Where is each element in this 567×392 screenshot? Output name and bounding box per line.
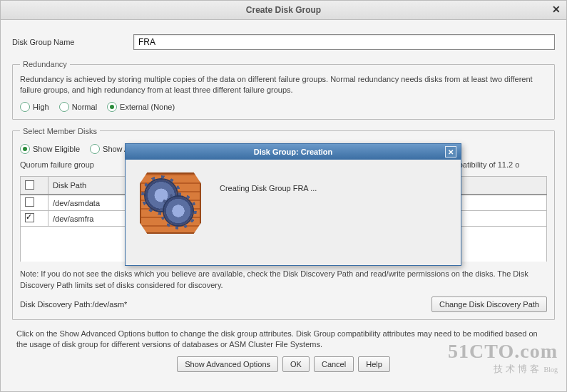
disk-discovery-path-row: Disk Discovery Path:/dev/asm* Change Dis… bbox=[20, 296, 547, 312]
header-checkbox[interactable] bbox=[25, 180, 34, 190]
creation-progress-dialog: Disk Group: Creation ✕ Creating Disk Gro… bbox=[125, 143, 461, 266]
select-member-disks-legend: Select Member Disks bbox=[20, 127, 100, 135]
create-disk-group-window: Create Disk Group ✕ Disk Group Name Redu… bbox=[0, 0, 567, 392]
radio-icon bbox=[107, 102, 117, 112]
modal-titlebar: Disk Group: Creation ✕ bbox=[126, 144, 461, 160]
radio-icon bbox=[20, 102, 30, 112]
disk-group-name-row: Disk Group Name bbox=[12, 34, 555, 50]
close-icon[interactable]: ✕ bbox=[552, 4, 561, 15]
redundancy-normal[interactable]: Normal bbox=[59, 102, 97, 112]
ok-button[interactable]: OK bbox=[282, 356, 310, 372]
window-title: Create Disk Group bbox=[246, 5, 321, 15]
redundancy-description: Redundancy is achieved by storing multip… bbox=[20, 74, 547, 96]
row-checkbox[interactable] bbox=[25, 213, 34, 222]
change-disk-discovery-path-button[interactable]: Change Disk Discovery Path bbox=[431, 296, 547, 312]
show-eligible[interactable]: Show Eligible bbox=[20, 144, 80, 154]
radio-icon bbox=[20, 144, 30, 154]
radio-icon bbox=[59, 102, 69, 112]
redundancy-high[interactable]: High bbox=[20, 102, 49, 112]
radio-icon bbox=[90, 144, 100, 154]
redundancy-legend: Redundancy bbox=[20, 60, 70, 68]
redundancy-options: High Normal External (None) bbox=[20, 102, 547, 112]
progress-gears-icon bbox=[140, 172, 201, 234]
titlebar: Create Disk Group ✕ bbox=[1, 1, 566, 20]
modal-title: Disk Group: Creation bbox=[254, 148, 333, 156]
modal-close-icon[interactable]: ✕ bbox=[445, 146, 456, 158]
disk-note: Note: If you do not see the disks which … bbox=[20, 269, 547, 291]
disk-discovery-path-label: Disk Discovery Path:/dev/asm* bbox=[20, 300, 127, 309]
modal-body: Creating Disk Group FRA ... bbox=[126, 160, 461, 265]
redundancy-external[interactable]: External (None) bbox=[107, 102, 175, 112]
disk-group-name-label: Disk Group Name bbox=[12, 38, 133, 46]
footer-buttons: Show Advanced Options OK Cancel Help bbox=[12, 356, 555, 372]
modal-message: Creating Disk Group FRA ... bbox=[220, 184, 317, 192]
redundancy-fieldset: Redundancy Redundancy is achieved by sto… bbox=[12, 60, 555, 120]
help-button[interactable]: Help bbox=[358, 356, 390, 372]
row-checkbox[interactable] bbox=[25, 197, 34, 207]
disk-group-name-input[interactable] bbox=[133, 34, 555, 50]
show-advanced-options-button[interactable]: Show Advanced Options bbox=[177, 356, 278, 372]
footer-note: Click on the Show Advanced Options butto… bbox=[16, 329, 551, 351]
cancel-button[interactable]: Cancel bbox=[314, 356, 354, 372]
